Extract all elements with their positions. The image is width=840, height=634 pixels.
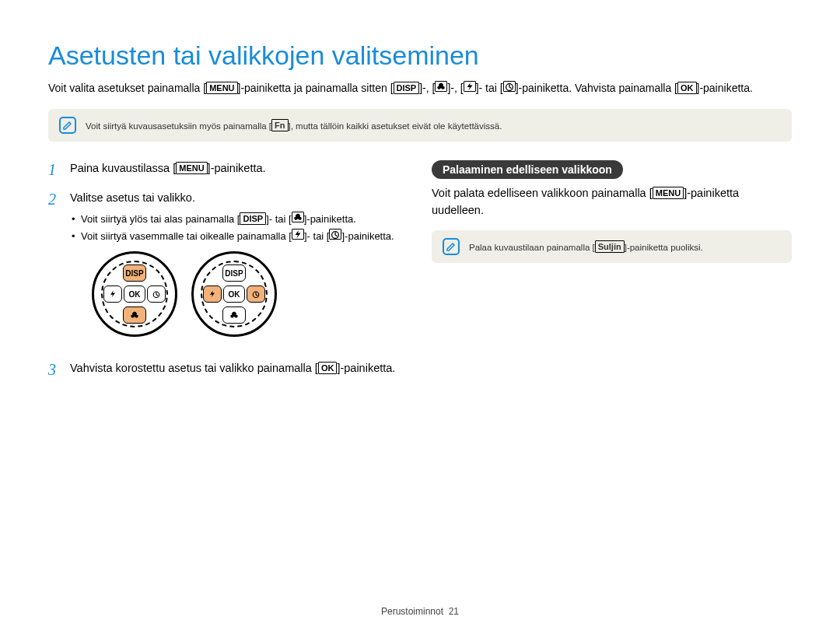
dial-timer-button <box>247 285 265 303</box>
left-column: 1 Paina kuvaustilassa [MENU]-painiketta.… <box>48 160 408 390</box>
intro-text: ]- tai [ <box>476 82 503 94</box>
subsection-heading-pill: Palaaminen edelliseen valikkoon <box>432 160 623 179</box>
footer-page-number: 21 <box>449 606 459 617</box>
menu-key: MENU <box>653 187 684 199</box>
footer-label: Perustoiminnot <box>381 606 443 617</box>
right-text: Voit palata edelliseen valikkoon painama… <box>432 187 653 199</box>
timer-icon <box>329 229 341 240</box>
note-text-part: Palaa kuvaustilaan painamalla [ <box>469 243 595 252</box>
flash-icon <box>464 81 476 92</box>
ok-key: OK <box>318 362 338 374</box>
step-1: 1 Paina kuvaustilassa [MENU]-painiketta. <box>48 160 408 179</box>
note-icon <box>59 117 76 134</box>
menu-key: MENU <box>176 162 207 174</box>
bullet-text: Voit siirtyä vasemmalle tai oikealle pai… <box>81 230 292 242</box>
step-text: Paina kuvaustilassa [ <box>70 162 176 174</box>
dial-macro-button <box>222 306 246 324</box>
bullet-text: ]- tai [ <box>304 230 330 242</box>
intro-text: ]-painiketta. <box>697 82 753 94</box>
page-footer: Perustoiminnot 21 <box>0 606 840 617</box>
flash-icon <box>292 229 304 240</box>
note-text-part: Voit siirtyä kuvausasetuksiin myös paina… <box>86 121 271 131</box>
intro-text: ]-painiketta ja painamalla sitten [ <box>238 82 394 94</box>
dial-flash-button <box>203 285 222 303</box>
step-number: 3 <box>48 360 62 379</box>
step-body: Valitse asetus tai valikko. Voit siirtyä… <box>70 190 394 349</box>
step-bullets: Voit siirtyä ylös tai alas painamalla [D… <box>70 212 394 244</box>
step-3: 3 Vahvista korostettu asetus tai valikko… <box>48 360 408 379</box>
dial-disp-button: DISP <box>222 264 246 282</box>
step-body: Vahvista korostettu asetus tai valikko p… <box>70 360 395 379</box>
dial-ok-button: OK <box>223 285 245 303</box>
note-box: Palaa kuvaustilaan painamalla [Suljin]-p… <box>432 230 792 263</box>
intro-text: ]-, [ <box>419 82 435 94</box>
dial-horizontal-highlight: DISP OK <box>191 251 277 337</box>
step-text: ]-painiketta. <box>208 162 266 174</box>
menu-key: MENU <box>206 82 237 94</box>
suljin-key: Suljin <box>595 240 625 253</box>
step-2: 2 Valitse asetus tai valikko. Voit siirt… <box>48 190 408 349</box>
disp-key: DISP <box>394 82 420 94</box>
disp-key: DISP <box>240 212 266 225</box>
note-text-part: ]-painiketta puoliksi. <box>625 243 703 252</box>
step-text: ]-painiketta. <box>337 362 395 374</box>
step-number: 1 <box>48 160 62 179</box>
page-title: Asetusten tai valikkojen valitseminen <box>48 40 792 71</box>
dial-ok-button: OK <box>124 285 145 303</box>
bullet-item: Voit siirtyä ylös tai alas painamalla [D… <box>70 212 394 227</box>
intro-text: ]-, [ <box>447 82 463 94</box>
dial-disp-button: DISP <box>123 264 146 282</box>
bullet-text: ]-painiketta. <box>304 213 356 225</box>
intro-text: ]-painiketta. Vahvista painamalla [ <box>516 82 677 94</box>
step-body: Paina kuvaustilassa [MENU]-painiketta. <box>70 160 266 179</box>
note-icon <box>443 238 460 255</box>
bullet-text: ]-painiketta. <box>341 230 394 242</box>
step-text: Valitse asetus tai valikko. <box>70 191 195 204</box>
bullet-text: Voit siirtyä ylös tai alas painamalla [ <box>81 213 240 225</box>
macro-icon <box>292 212 304 222</box>
step-text: Vahvista korostettu asetus tai valikko p… <box>70 362 318 374</box>
timer-icon <box>503 81 516 92</box>
dial-timer-button <box>147 285 166 303</box>
dial-flash-button <box>103 285 122 303</box>
note-text: Voit siirtyä kuvausasetuksiin myös paina… <box>86 119 502 131</box>
note-text-part: ], mutta tällöin kaikki asetukset eivät … <box>289 121 502 131</box>
bullet-text: ]- tai [ <box>266 213 292 225</box>
note-text: Palaa kuvaustilaan painamalla [Suljin]-p… <box>469 240 703 253</box>
bullet-item: Voit siirtyä vasemmalle tai oikealle pai… <box>70 229 394 244</box>
note-box: Voit siirtyä kuvausasetuksiin myös paina… <box>48 109 792 142</box>
fn-key: Fn <box>271 119 288 131</box>
right-paragraph: Voit palata edelliseen valikkoon painama… <box>432 185 792 219</box>
content-columns: 1 Paina kuvaustilassa [MENU]-painiketta.… <box>48 160 792 390</box>
dial-macro-button <box>123 306 146 324</box>
macro-icon <box>435 81 447 92</box>
dial-vertical-highlight: DISP OK <box>92 251 177 337</box>
intro-paragraph: Voit valita asetukset painamalla [MENU]-… <box>48 80 792 96</box>
dial-illustrations: DISP OK DISP OK <box>92 251 394 337</box>
right-column: Palaaminen edelliseen valikkoon Voit pal… <box>432 160 792 390</box>
intro-text: Voit valita asetukset painamalla [ <box>48 82 206 94</box>
ok-key: OK <box>677 82 697 94</box>
step-number: 2 <box>48 190 62 349</box>
